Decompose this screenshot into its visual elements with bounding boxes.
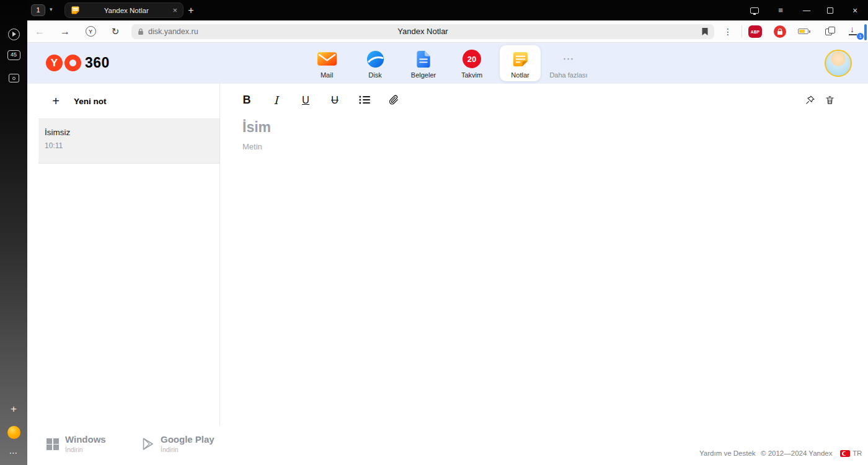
tab-strip: 1 ▾ Yandex Notlar × + ≡ — ×: [27, 0, 868, 20]
more-apps-icon: ⋯: [563, 52, 575, 66]
app-label: Disk: [368, 71, 381, 79]
help-link[interactable]: Yardım ve Destek: [699, 450, 756, 457]
cast-icon: [750, 7, 759, 14]
user-avatar[interactable]: [825, 50, 852, 77]
scrollbar-thumb[interactable]: [864, 24, 867, 40]
yandex360-logo[interactable]: Y 360: [46, 55, 110, 71]
gplay-download-link[interactable]: Google Play İndirin: [143, 435, 215, 453]
media-play-button[interactable]: [0, 27, 27, 41]
note-editor: B I U U: [220, 84, 868, 426]
turkish-flag-icon[interactable]: [840, 450, 850, 457]
logo-360-text: 360: [85, 55, 110, 71]
notes-favicon-icon: [71, 6, 80, 15]
app-label: Mail: [321, 71, 333, 79]
delete-note-button[interactable]: [822, 91, 838, 109]
download-count-badge: 1: [857, 33, 864, 40]
windows-icon: [46, 438, 58, 450]
plus-icon: +: [49, 94, 63, 108]
bold-button[interactable]: B: [239, 91, 255, 109]
app-notlar[interactable]: Notlar: [500, 45, 541, 81]
note-time: 10:11: [45, 141, 213, 150]
screenshot-icon: [9, 74, 19, 82]
tabs-counter-button[interactable]: 45: [0, 50, 27, 60]
play-icon: [8, 29, 20, 40]
yandex360-page: Y 360 Mail: [27, 43, 868, 465]
app-header: Y 360 Mail: [27, 43, 868, 84]
downloads-button[interactable]: ↓ 1: [848, 24, 862, 39]
app-disk[interactable]: Disk: [355, 45, 396, 81]
app-label: Notlar: [511, 71, 529, 79]
battery-saver-button[interactable]: [798, 29, 808, 34]
battery-icon: [798, 29, 808, 34]
windows-download-link[interactable]: Windows İndirin: [46, 435, 106, 453]
pin-icon: [805, 95, 815, 105]
app-label: Daha fazlası: [549, 71, 587, 79]
browser-tab[interactable]: Yandex Notlar ×: [64, 2, 184, 18]
strikethrough-button[interactable]: U: [327, 91, 343, 109]
plus-icon: +: [11, 403, 17, 415]
navigation-toolbar: ← → Y ↻ disk.yandex.ru Yandex Notlar ⋮ A…: [27, 20, 868, 43]
store-title: Google Play: [161, 435, 215, 445]
yandex-circle-icon: Y: [86, 26, 96, 37]
new-note-button[interactable]: + Yeni not: [38, 84, 219, 119]
note-body-input[interactable]: Metin: [242, 142, 262, 151]
copyright-text: © 2012—2024 Yandex: [761, 450, 832, 457]
note-title: İsimsiz: [45, 128, 213, 137]
note-list-item[interactable]: İsimsiz 10:11: [38, 119, 219, 164]
list-button[interactable]: [356, 91, 373, 109]
screenshot-button[interactable]: [0, 73, 27, 84]
italic-button[interactable]: I: [268, 91, 284, 109]
yandex-browser-button[interactable]: [0, 425, 27, 439]
tab-close-icon[interactable]: ×: [172, 6, 177, 14]
ellipsis-icon: ⋯: [9, 448, 19, 458]
note-title-input[interactable]: İsim: [242, 119, 271, 136]
collections-button[interactable]: [825, 27, 836, 37]
tab-group-chip[interactable]: 1: [31, 4, 45, 16]
browser-sidebar: 45 + ⋯: [0, 0, 27, 465]
site-menu-button[interactable]: ⋮: [723, 20, 733, 42]
sidebar-more-button[interactable]: ⋯: [0, 448, 27, 458]
new-note-label: Yeni not: [74, 97, 107, 106]
app-label: Belgeler: [411, 71, 436, 79]
download-arrow-icon: ↓: [850, 24, 854, 34]
bookmark-icon[interactable]: [701, 27, 709, 36]
reload-button[interactable]: ↻: [107, 20, 123, 42]
store-subtitle: İndirin: [161, 446, 215, 453]
documents-icon: [415, 50, 432, 69]
back-button[interactable]: ←: [32, 20, 48, 42]
app-label: Takvim: [461, 71, 482, 79]
sidebar-add-button[interactable]: +: [0, 403, 27, 415]
attach-button[interactable]: [386, 91, 402, 109]
maximize-button[interactable]: [825, 0, 836, 20]
app-more[interactable]: ⋯ Daha fazlası: [548, 45, 589, 81]
new-tab-button[interactable]: +: [184, 3, 198, 18]
cast-button[interactable]: [749, 0, 760, 20]
browser-menu-button[interactable]: ≡: [775, 0, 786, 20]
mail-icon: [317, 50, 337, 68]
notes-list-panel: + Yeni not İsimsiz 10:11: [38, 84, 220, 426]
calendar-icon: 20: [463, 50, 481, 68]
page-title: Yandex Notlar: [131, 24, 714, 39]
minimize-button[interactable]: —: [801, 0, 812, 20]
protect-extension-button[interactable]: [774, 25, 786, 38]
notes-icon: [512, 50, 529, 68]
chevron-down-icon[interactable]: ▾: [50, 6, 53, 12]
language-selector[interactable]: TR: [852, 450, 862, 457]
pin-button[interactable]: [802, 91, 818, 109]
bullet-list-icon: [359, 95, 370, 104]
address-bar[interactable]: disk.yandex.ru Yandex Notlar: [131, 24, 714, 39]
yandex-search-button[interactable]: Y: [82, 20, 99, 42]
forward-button[interactable]: →: [57, 20, 73, 42]
window-close-button[interactable]: ×: [849, 0, 861, 20]
app-mail[interactable]: Mail: [306, 45, 347, 81]
store-subtitle: İndirin: [65, 446, 106, 453]
app-belgeler[interactable]: Belgeler: [403, 45, 444, 81]
adblock-extension-button[interactable]: ABP: [748, 25, 762, 38]
paperclip-icon: [388, 94, 399, 105]
yandex-logo-icon: [7, 426, 20, 439]
maximize-icon: [827, 7, 833, 14]
underline-button[interactable]: U: [298, 91, 314, 109]
google-play-icon: [143, 438, 154, 450]
disk-icon: [366, 50, 385, 69]
app-takvim[interactable]: 20 Takvim: [451, 45, 492, 81]
